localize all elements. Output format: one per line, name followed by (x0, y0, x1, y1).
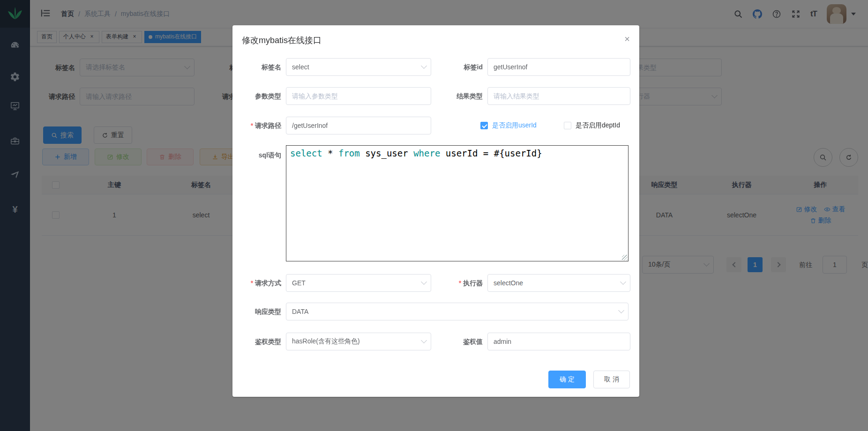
auth-value-label: 鉴权值 (431, 333, 483, 350)
edit-mybatis-dialog: 修改mybatis在线接口 × 标签名 select 标签id 参数类型 结果类… (232, 25, 639, 397)
response-type-select[interactable]: DATA (286, 303, 629, 320)
tag-id-input[interactable] (487, 58, 630, 76)
result-type-label: 结果类型 (431, 87, 483, 105)
request-path-field[interactable] (292, 117, 425, 134)
param-type-input[interactable] (286, 87, 431, 105)
response-type-label: 响应类型 (232, 303, 281, 320)
method-label: 请求方式 (232, 274, 281, 292)
tag-name-label: 标签名 (232, 58, 281, 76)
checkbox-unchecked-icon[interactable] (564, 122, 571, 129)
close-icon[interactable]: × (624, 34, 630, 45)
auth-value-field[interactable] (494, 333, 624, 350)
chevron-down-icon (620, 279, 626, 285)
executor-label: 执行器 (431, 274, 483, 292)
chevron-down-icon (421, 279, 427, 285)
sql-keyword: where (413, 148, 440, 158)
checkbox-label: 是否启用deptId (576, 121, 620, 130)
dialog-title: 修改mybatis在线接口 (242, 35, 322, 46)
sql-text: sys_user (360, 148, 413, 158)
sql-editor[interactable]: select * from sys_user where userId = #{… (286, 145, 629, 261)
chevron-down-icon (618, 307, 624, 313)
enable-deptid-checkbox[interactable]: 是否启用deptId (564, 117, 620, 134)
cancel-button[interactable]: 取 消 (593, 371, 630, 388)
confirm-button[interactable]: 确 定 (548, 371, 586, 388)
select-value: GET (292, 279, 306, 287)
checkbox-checked-icon[interactable] (480, 122, 488, 129)
executor-select[interactable]: selectOne (487, 274, 630, 292)
chevron-down-icon (421, 63, 427, 69)
sql-text: * (322, 148, 338, 158)
request-path-input[interactable] (286, 117, 431, 134)
param-type-label: 参数类型 (232, 87, 281, 105)
enable-userid-checkbox[interactable]: 是否启用userId (480, 117, 537, 134)
select-value: hasRole(含有这些角色) (292, 337, 360, 346)
chevron-down-icon (421, 337, 427, 343)
sql-label: sql语句 (232, 146, 281, 164)
checkbox-label: 是否启用userId (492, 121, 537, 130)
sql-keyword: select (290, 148, 322, 158)
tag-id-label: 标签id (431, 58, 483, 76)
auth-type-select[interactable]: hasRole(含有这些角色) (286, 333, 431, 350)
path-label: 请求路径 (232, 117, 281, 134)
auth-type-label: 鉴权类型 (232, 333, 281, 350)
method-select[interactable]: GET (286, 274, 431, 292)
tag-id-field[interactable] (494, 59, 624, 75)
param-type-field[interactable] (292, 88, 425, 104)
result-type-field[interactable] (494, 88, 624, 104)
tag-name-select[interactable]: select (286, 58, 431, 76)
result-type-input[interactable] (487, 87, 630, 105)
sql-keyword: from (338, 148, 360, 158)
select-value: DATA (292, 308, 308, 315)
select-value: selectOne (494, 279, 523, 287)
sql-text: userId = #{userId} (440, 148, 542, 158)
select-value: select (292, 63, 309, 71)
auth-value-input[interactable] (487, 333, 630, 350)
